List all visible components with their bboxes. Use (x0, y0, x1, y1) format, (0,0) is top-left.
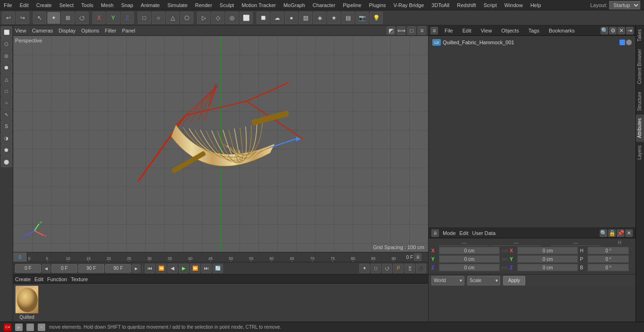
floor-button[interactable]: ▤ (341, 12, 355, 24)
camera-button[interactable]: ◈ (313, 12, 326, 24)
menu-tools[interactable]: Tools (77, 2, 97, 8)
play-button[interactable]: ▶ (179, 264, 189, 273)
attr-lock-icon[interactable]: 🔒 (608, 229, 616, 237)
y-pos-input[interactable] (439, 255, 500, 263)
search-icon[interactable]: 🔍 (601, 27, 608, 34)
menu-select[interactable]: Select (56, 2, 78, 8)
menu-sculpt[interactable]: Sculpt (216, 2, 238, 8)
z-axis-button[interactable]: Z (121, 12, 134, 24)
mat-function-btn[interactable]: Function (47, 276, 67, 282)
object-item-hammock[interactable]: L0 Quilted_Fabric_Hammock_001 (430, 38, 634, 47)
menu-window[interactable]: Window (501, 2, 527, 8)
frame-max-input[interactable] (78, 264, 104, 273)
render-all-button[interactable]: ⬜ (239, 12, 253, 24)
vtab-attributes[interactable]: Attributes (636, 114, 644, 142)
menu-edit[interactable]: Edit (16, 2, 33, 8)
tr-frame-icon[interactable]: ⬛ (416, 264, 426, 273)
menu-vray[interactable]: V-Ray Bridge (390, 2, 428, 8)
vp-menu-view[interactable]: View (15, 28, 26, 33)
menu-plugins[interactable]: Plugins (365, 2, 389, 8)
expand-panel-icon[interactable]: ⇥ (626, 27, 634, 34)
tr-move-icon[interactable]: ✦ (359, 264, 370, 273)
lt-btn-1[interactable]: ⬜ (1, 26, 12, 38)
x-scale-input[interactable] (587, 247, 629, 254)
vp-expand-btn[interactable]: ◩ (387, 26, 395, 35)
x-axis-button[interactable]: X (92, 12, 106, 24)
go-start-button[interactable]: ⏮ (145, 264, 155, 273)
add-gen-button[interactable]: ● (285, 12, 298, 24)
menu-help[interactable]: Help (527, 2, 545, 8)
add-obj-button[interactable]: 🔲 (256, 12, 270, 24)
tab-view[interactable]: View (478, 25, 495, 35)
vp-menu-options[interactable]: Options (81, 28, 99, 33)
x-pos-input[interactable] (439, 247, 500, 254)
world-dropdown[interactable]: World ▾ (431, 276, 464, 285)
tab-file[interactable]: File (442, 25, 456, 35)
timeline-ruler[interactable]: 0 5 10 15 20 25 30 35 (27, 252, 400, 262)
vp-menu-btn[interactable]: ≡ (418, 26, 426, 35)
menu-motion-tracker[interactable]: Motion Tracker (238, 2, 280, 8)
x-rot-input[interactable] (517, 247, 578, 254)
attr-close-icon[interactable]: ✕ (625, 229, 633, 237)
frame-step-down[interactable]: ◂ (42, 264, 50, 273)
menu-snap[interactable]: Snap (117, 2, 137, 8)
status-play-icon[interactable]: ▶ (15, 324, 23, 331)
vp-menu-cameras[interactable]: Cameras (32, 28, 53, 33)
y-rot-input[interactable] (517, 255, 578, 263)
play-reverse-button[interactable]: ◀ (167, 264, 178, 273)
tr-param-icon[interactable]: P (393, 264, 404, 273)
render-view-button[interactable]: ▷ (197, 12, 210, 24)
vp-menu-filter[interactable]: Filter (105, 28, 116, 33)
material-item[interactable]: Quilted (15, 285, 39, 320)
filter-icon[interactable]: ⚙ (609, 27, 617, 34)
status-stop-icon[interactable]: □ (26, 324, 34, 331)
tab-objects[interactable]: Objects (498, 25, 521, 35)
prev-frame-button[interactable]: ⏪ (156, 264, 166, 273)
next-frame-button[interactable]: ⏩ (190, 264, 200, 273)
mat-create-btn[interactable]: Create (15, 276, 31, 282)
tab-edit[interactable]: Edit (460, 25, 474, 35)
poly-mode-button[interactable]: ⬡ (180, 12, 193, 24)
render-region-button[interactable]: ◎ (225, 12, 239, 24)
menu-mograph[interactable]: MoGraph (280, 2, 309, 8)
vtab-structure[interactable]: Structure (636, 88, 644, 115)
viewport-canvas[interactable]: Perspective Grid Spacing : 100 cm (13, 36, 428, 252)
mesh-mode-button[interactable]: ○ (152, 12, 165, 24)
vp-menu-display[interactable]: Display (58, 28, 75, 33)
menu-mesh[interactable]: Mesh (97, 2, 117, 8)
menu-animate[interactable]: Animate (137, 2, 164, 8)
timeline-menu-btn[interactable]: ≡ (414, 253, 421, 261)
lt-btn-12[interactable]: ⬤ (1, 156, 12, 167)
redo-button[interactable]: ↪ (16, 12, 29, 24)
vp-fullscreen-btn[interactable]: □ (407, 26, 416, 35)
menu-render[interactable]: Render (191, 2, 216, 8)
tab-tags[interactable]: Tags (526, 25, 542, 35)
tr-scale-icon[interactable]: □ (371, 264, 381, 273)
light2-button[interactable]: 💡 (370, 12, 383, 24)
frame-step-up[interactable]: ▸ (132, 264, 140, 273)
y-scale-input[interactable] (587, 255, 629, 263)
vp-layout-btn[interactable]: ⟺ (397, 26, 405, 35)
render-button[interactable]: ◇ (211, 12, 224, 24)
lt-btn-9[interactable]: S (1, 121, 12, 132)
vtab-takes[interactable]: Takes (636, 25, 644, 45)
menu-redshift[interactable]: Redshift (453, 2, 479, 8)
tr-dots-icon[interactable]: ⣿ (405, 264, 415, 273)
mat-edit-btn[interactable]: Edit (34, 276, 43, 282)
lt-btn-11[interactable]: ⬟ (1, 144, 12, 155)
camera2-button[interactable]: 📷 (355, 12, 369, 24)
y-axis-button[interactable]: Y (107, 12, 120, 24)
menu-script[interactable]: Script (480, 2, 501, 8)
lt-btn-7[interactable]: ○ (1, 97, 12, 108)
lt-btn-5[interactable]: △ (1, 73, 12, 85)
undo-button[interactable]: ↩ (2, 12, 15, 24)
frame-start-input[interactable] (15, 264, 41, 273)
z-rot-input[interactable] (517, 264, 578, 271)
model-mode-button[interactable]: □ (138, 12, 151, 24)
select-tool-button[interactable]: ↖ (33, 12, 46, 24)
z-pos-input[interactable] (439, 264, 500, 271)
scale-dropdown[interactable]: Scale ▾ (467, 276, 500, 285)
tr-rotate-icon[interactable]: ⭯ (382, 264, 392, 273)
lt-btn-2[interactable]: ⬡ (1, 38, 12, 49)
attr-panel-menu[interactable]: ≡ (431, 229, 439, 237)
